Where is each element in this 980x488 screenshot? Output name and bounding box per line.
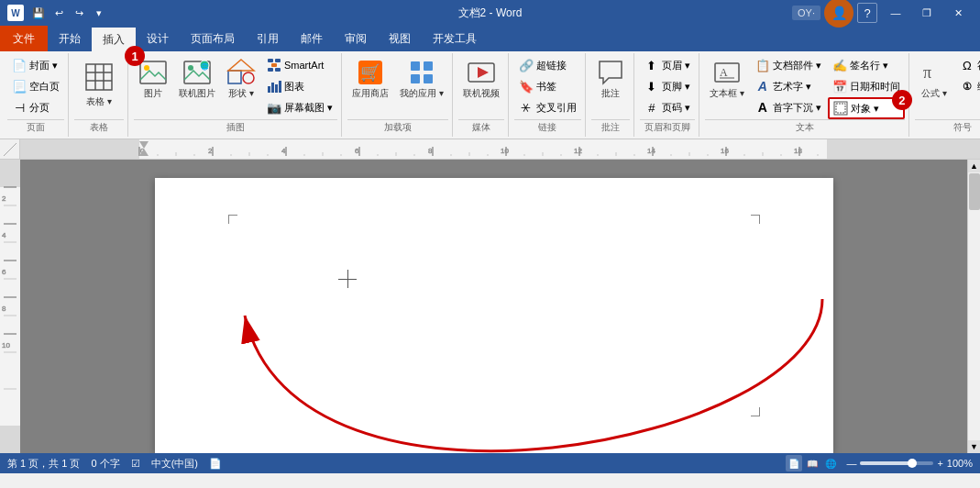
signature-button[interactable]: ✍ 签名行 ▾ xyxy=(828,55,905,75)
tab-references[interactable]: 引用 xyxy=(246,26,290,51)
svg-rect-18 xyxy=(271,63,277,67)
scroll-up-button[interactable]: ▲ xyxy=(968,160,981,172)
group-illustrations: 1 图片 xyxy=(130,53,342,137)
table-button[interactable]: 表格 ▾ xyxy=(74,55,124,112)
restore-button[interactable]: ❐ xyxy=(912,0,941,26)
tab-insert[interactable]: 插入 xyxy=(92,26,136,51)
textbox-label: 文本框 ▾ xyxy=(710,87,744,100)
online-picture-button[interactable]: 🌐 联机图片 xyxy=(174,55,220,103)
tab-home[interactable]: 开始 xyxy=(48,26,92,51)
screenshot-button[interactable]: 📷 屏幕截图 ▾ xyxy=(262,97,337,117)
document-page[interactable] xyxy=(155,178,833,453)
signature-icon: ✍ xyxy=(832,58,847,72)
proofing-icon[interactable]: ☑ xyxy=(131,458,140,470)
doc-parts-label: 文档部件 ▾ xyxy=(773,59,821,72)
cross-ref-button[interactable]: ⚹ 交叉引用 xyxy=(514,97,581,117)
group-text-content: A 文本框 ▾ 📋 文档部件 ▾ A 艺术字 ▾ xyxy=(705,55,905,119)
zoom-level[interactable]: 100% xyxy=(947,458,973,469)
hyperlink-button[interactable]: 🔗 超链接 xyxy=(514,55,581,75)
tab-design[interactable]: 设计 xyxy=(136,26,180,51)
equation-button[interactable]: π 公式 ▾ xyxy=(915,55,953,103)
page-number-button[interactable]: # 页码 ▾ xyxy=(640,97,695,117)
shapes-button[interactable]: 形状 ▾ xyxy=(222,55,260,103)
symbols-label: 符号 xyxy=(915,119,980,135)
textbox-button[interactable]: A 文本框 ▾ xyxy=(705,55,749,103)
zoom-thumb[interactable] xyxy=(908,459,917,468)
object-button[interactable]: 对象 ▾ 2 xyxy=(828,97,905,119)
help-button[interactable]: ? xyxy=(857,3,877,23)
bookmark-button[interactable]: 🔖 书签 xyxy=(514,76,581,96)
group-comments-content: 批注 xyxy=(591,55,630,119)
header-button[interactable]: ⬆ 页眉 ▾ xyxy=(640,55,695,75)
main-area: 2 4 6 8 10 xyxy=(0,160,980,453)
cover-arrow: ▾ xyxy=(52,60,58,72)
svg-marker-30 xyxy=(478,67,489,78)
print-layout-button[interactable]: 📄 xyxy=(786,455,802,471)
tables-label: 表格 xyxy=(74,119,124,135)
svg-line-37 xyxy=(4,143,17,156)
picture-button[interactable]: 图片 xyxy=(134,55,172,103)
bookmark-icon: 🔖 xyxy=(519,79,534,94)
chart-button[interactable]: 图表 xyxy=(262,76,337,96)
doc-parts-button[interactable]: 📋 文档部件 ▾ xyxy=(751,55,826,75)
scroll-thumb[interactable] xyxy=(969,173,980,210)
redo-button[interactable]: ↪ xyxy=(70,4,88,22)
minimize-button[interactable]: — xyxy=(881,0,910,26)
links-col: 🔗 超链接 🔖 书签 ⚹ 交叉引用 xyxy=(514,55,581,117)
wordart-button[interactable]: A 艺术字 ▾ xyxy=(751,76,826,96)
object-icon xyxy=(833,101,848,116)
table-label: 表格 ▾ xyxy=(86,95,112,108)
group-media: 联机视频 媒体 xyxy=(455,53,509,137)
zoom-out-button[interactable]: — xyxy=(846,458,856,469)
tab-mailings[interactable]: 邮件 xyxy=(290,26,334,51)
svg-rect-27 xyxy=(411,74,420,83)
hyperlink-label: 超链接 xyxy=(536,59,567,72)
scrollbar-vertical[interactable]: ▲ ▼ xyxy=(967,160,980,453)
online-video-button[interactable]: 联机视频 xyxy=(458,55,504,103)
links-label: 链接 xyxy=(514,119,581,135)
doc-parts-icon: 📋 xyxy=(755,58,770,72)
title-left: W 💾 ↩ ↪ ▾ xyxy=(7,4,108,22)
hf-label: 页眉和页脚 xyxy=(640,119,695,135)
ruler-corner xyxy=(0,139,20,160)
tab-review[interactable]: 审阅 xyxy=(334,26,378,51)
web-layout-button[interactable]: 🌐 xyxy=(822,455,839,471)
svg-text:6: 6 xyxy=(2,268,6,276)
app-store-button[interactable]: 🛒 应用商店 xyxy=(347,55,393,103)
tab-file[interactable]: 文件 xyxy=(0,26,48,51)
comment-button[interactable]: 批注 xyxy=(591,55,630,103)
numbering-button[interactable]: ① 编号 xyxy=(955,76,980,96)
cover-page-button[interactable]: 📄 封面 ▾ xyxy=(7,55,64,75)
tab-developer[interactable]: 开发工具 xyxy=(422,26,488,51)
footer-button[interactable]: ⬇ 页脚 ▾ xyxy=(640,76,695,96)
text-col3: ✍ 签名行 ▾ 📅 日期和时间 对 xyxy=(828,55,905,119)
undo-button[interactable]: ↩ xyxy=(50,4,68,22)
user-account[interactable]: OY· xyxy=(792,6,820,20)
datetime-button[interactable]: 📅 日期和时间 xyxy=(828,76,905,96)
tab-view[interactable]: 视图 xyxy=(378,26,422,51)
status-bar: 第 1 页，共 1 页 0 个字 ☑ 中文(中国) 📄 📄 📖 🌐 — + 10… xyxy=(0,453,980,473)
cover-label: 封面 xyxy=(29,59,50,72)
svg-rect-21 xyxy=(275,84,278,93)
bookmark-label: 书签 xyxy=(536,80,556,94)
zoom-area: — + 100% xyxy=(846,458,973,469)
blank-page-button[interactable]: 📃 空白页 xyxy=(7,76,64,96)
page-break-button[interactable]: ⊣ 分页 xyxy=(7,97,64,117)
close-button[interactable]: ✕ xyxy=(943,0,973,26)
symbol-button[interactable]: Ω 符号 ▾ xyxy=(955,55,980,75)
header-icon: ⬆ xyxy=(644,58,659,72)
zoom-in-button[interactable]: + xyxy=(937,458,942,469)
user-avatar[interactable]: 👤 xyxy=(824,0,853,28)
svg-rect-28 xyxy=(424,74,433,83)
smartart-button[interactable]: SmartArt xyxy=(262,55,337,75)
dropcap-button[interactable]: A 首字下沉 ▾ xyxy=(751,97,826,117)
read-mode-button[interactable]: 📖 xyxy=(804,455,820,471)
customize-button[interactable]: ▾ xyxy=(90,4,108,22)
scroll-down-button[interactable]: ▼ xyxy=(968,440,981,453)
smartart-label: SmartArt xyxy=(284,60,324,71)
save-button[interactable]: 💾 xyxy=(29,4,48,22)
zoom-slider[interactable] xyxy=(860,461,933,465)
my-apps-button[interactable]: 我的应用 ▾ xyxy=(395,55,448,103)
tab-page-layout[interactable]: 页面布局 xyxy=(180,26,246,51)
cover-icon: 📄 xyxy=(12,58,27,72)
